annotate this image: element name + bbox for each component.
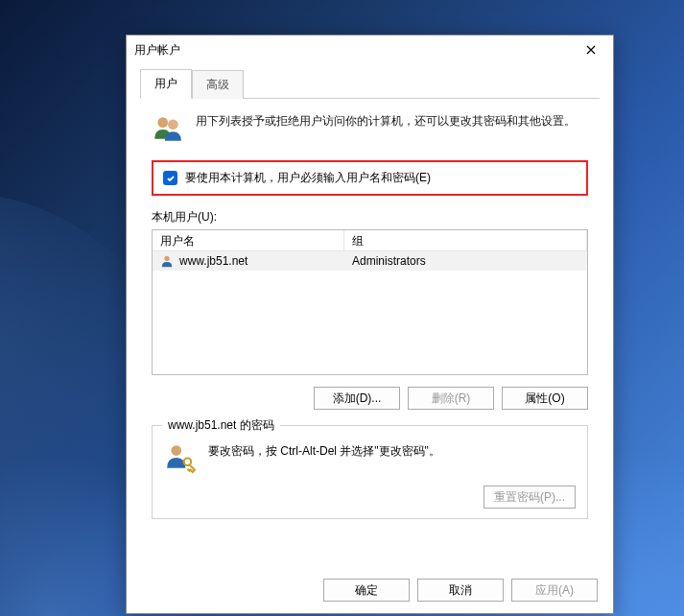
apply-button: 应用(A)	[511, 579, 598, 602]
svg-point-0	[157, 117, 168, 128]
password-buttons-row: 重置密码(P)...	[164, 486, 576, 509]
local-users-label: 本机用户(U):	[152, 209, 588, 225]
password-body: 要改密码，按 Ctrl-Alt-Del 并选择"更改密码"。	[164, 441, 576, 474]
col-group[interactable]: 组	[344, 230, 587, 251]
tab-body-users: 用下列表授予或拒绝用户访问你的计算机，还可以更改其密码和其他设置。 要使用本计算…	[140, 99, 600, 523]
close-button[interactable]	[577, 37, 605, 62]
table-row[interactable]: www.jb51.net Administrators	[153, 251, 587, 271]
user-icon	[160, 254, 174, 268]
users-listbox[interactable]: 用户名 组 www.jb51.net Administrators	[152, 229, 588, 375]
cell-username: www.jb51.net	[153, 252, 344, 270]
window-title: 用户帐户	[134, 42, 577, 59]
password-title-suffix: 的密码	[236, 418, 273, 432]
intro-row: 用下列表授予或拒绝用户访问你的计算机，还可以更改其密码和其他设置。	[152, 112, 588, 145]
dialog-buttons: 确定 取消 应用(A)	[323, 579, 598, 602]
add-button[interactable]: 添加(D)...	[314, 387, 400, 410]
tab-advanced[interactable]: 高级	[192, 70, 244, 99]
ok-button[interactable]: 确定	[323, 579, 410, 602]
remove-button: 删除(R)	[408, 387, 494, 410]
require-password-checkbox[interactable]	[163, 171, 177, 185]
cancel-button[interactable]: 取消	[417, 579, 504, 602]
tab-strip: 用户 高级	[140, 74, 600, 99]
close-icon	[586, 45, 596, 55]
password-groupbox: www.jb51.net 的密码 要改密码，按 Ctrl-Alt-Del 并选择…	[152, 425, 588, 519]
svg-point-3	[171, 445, 181, 456]
check-icon	[166, 174, 176, 183]
users-icon	[152, 112, 184, 145]
user-accounts-dialog: 用户帐户 用户 高级 用下列表授予或拒绝用户访问你的计算机，还可以更改其密码和其…	[126, 35, 614, 614]
user-key-icon	[164, 441, 197, 474]
tab-users[interactable]: 用户	[140, 69, 192, 99]
username-text: www.jb51.net	[179, 254, 248, 268]
svg-point-1	[168, 119, 178, 130]
reset-password-button: 重置密码(P)...	[484, 486, 576, 509]
password-instruction: 要改密码，按 Ctrl-Alt-Del 并选择"更改密码"。	[208, 441, 440, 461]
require-password-label: 要使用本计算机，用户必须输入用户名和密码(E)	[185, 170, 431, 186]
user-buttons-row: 添加(D)... 删除(R) 属性(O)	[152, 387, 588, 410]
properties-button[interactable]: 属性(O)	[502, 387, 588, 410]
password-group-title: www.jb51.net 的密码	[162, 417, 280, 434]
svg-point-4	[184, 459, 191, 465]
dialog-content: 用户 高级 用下列表授予或拒绝用户访问你的计算机，还可以更改其密码和其他设置。 …	[127, 64, 613, 536]
list-header: 用户名 组	[153, 230, 587, 251]
require-password-row: 要使用本计算机，用户必须输入用户名和密码(E)	[152, 160, 588, 196]
password-title-user: www.jb51.net	[168, 418, 236, 432]
titlebar: 用户帐户	[127, 36, 613, 64]
intro-text: 用下列表授予或拒绝用户访问你的计算机，还可以更改其密码和其他设置。	[196, 112, 576, 130]
col-username[interactable]: 用户名	[153, 230, 344, 251]
svg-point-2	[164, 256, 169, 261]
cell-group: Administrators	[344, 252, 587, 270]
